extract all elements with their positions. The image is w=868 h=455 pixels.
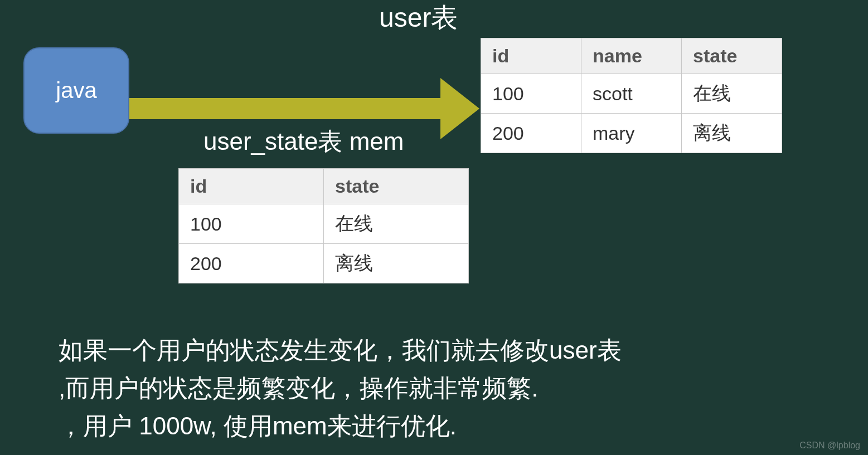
user-table: id name state 100 scott 在线 200 mary 离线 (481, 38, 782, 153)
user-table-header-name: name (581, 38, 682, 74)
arrow-head (440, 78, 479, 139)
explanation-text: 如果一个用户的状态发生变化，我们就去修改user表 ,而用户的状态是频繁变化，操… (59, 331, 622, 446)
user-state-table-title: user_state表 mem (203, 125, 404, 158)
table-row: 100 在线 (179, 204, 469, 244)
user-table-header-state: state (682, 38, 782, 74)
user-table-cell: 100 (481, 74, 581, 114)
user-table-header-id: id (481, 38, 581, 74)
body-line-1: 如果一个用户的状态发生变化，我们就去修改user表 (59, 336, 622, 364)
user-state-header-id: id (179, 169, 324, 204)
table-row: 100 scott 在线 (481, 74, 782, 114)
table-row: 200 mary 离线 (481, 114, 782, 153)
watermark: CSDN @lpblog (799, 441, 860, 451)
table-header-row: id state (179, 169, 469, 204)
user-table-cell: mary (581, 114, 682, 153)
body-line-3: ，用户 1000w, 使用mem来进行优化. (59, 412, 457, 439)
user-state-cell: 在线 (324, 204, 469, 244)
user-state-header-state: state (324, 169, 469, 204)
user-table-cell: scott (581, 74, 682, 114)
user-state-cell: 200 (179, 244, 324, 283)
arrow-shaft (129, 98, 442, 119)
java-box-label: java (56, 78, 96, 103)
user-table-cell: 离线 (682, 114, 782, 153)
table-header-row: id name state (481, 38, 782, 74)
java-box: java (23, 47, 129, 134)
user-state-cell: 100 (179, 204, 324, 244)
user-table-cell: 在线 (682, 74, 782, 114)
user-table-cell: 200 (481, 114, 581, 153)
user-state-table: id state 100 在线 200 离线 (178, 168, 469, 283)
user-state-cell: 离线 (324, 244, 469, 283)
user-table-title: user表 (379, 0, 458, 36)
table-row: 200 离线 (179, 244, 469, 283)
body-line-2: ,而用户的状态是频繁变化，操作就非常频繁. (59, 374, 538, 402)
